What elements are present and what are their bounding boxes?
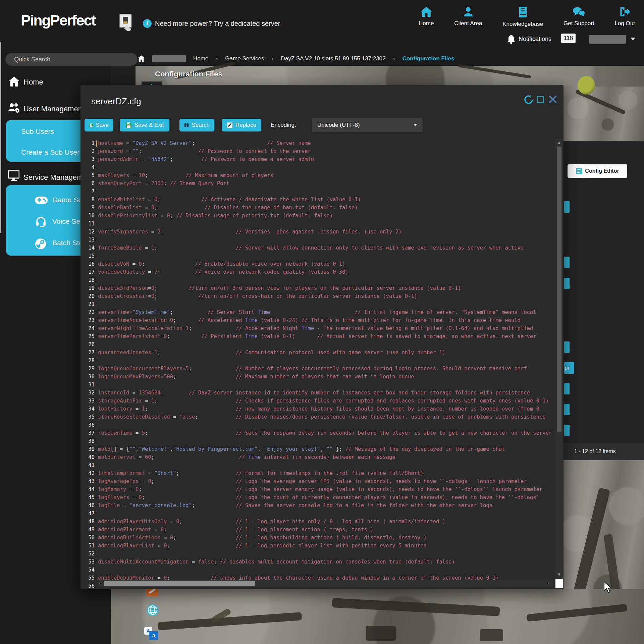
code-line[interactable]: 35storeHouseStateDisabled = false; // Di… [84, 413, 555, 421]
code-line[interactable]: 29loginQueueConcurrentPlayers=5; // Numb… [84, 365, 555, 373]
code-line[interactable]: 12verifySignatures = 2; // Verifies .pbo… [84, 228, 555, 236]
breadcrumb-item-server[interactable]: DayZ SA V2 10 slots 51.89.155.137:2302 [281, 55, 386, 62]
promo-text[interactable]: Need more power? Try a dedicated server [155, 20, 280, 28]
vscrollbar-thumb[interactable] [557, 147, 561, 432]
code-line[interactable]: 3passwordAdmin = "45842"; // Password to… [84, 155, 555, 163]
nav-item-home[interactable]: Home [419, 7, 434, 28]
code-line[interactable]: 7 [84, 187, 555, 196]
sidebar-item-sub-users[interactable]: Sub Users [21, 127, 54, 136]
close-icon[interactable] [549, 95, 557, 103]
hidden-row-button[interactable] [564, 404, 570, 415]
breadcrumb-item-home[interactable]: Home [193, 55, 208, 62]
code-line[interactable]: 15 [84, 252, 555, 260]
code-line[interactable]: 2password = ""; // Password to connect t… [84, 147, 555, 155]
code-line[interactable]: 50adminLogBuildActions = 0; // 1 - log b… [84, 534, 555, 542]
sidebar-item-user-management[interactable]: User Management [23, 105, 84, 113]
code-line[interactable]: 8enableWhitelist = 0; // Activate / deac… [84, 196, 555, 204]
nav-item-get-support[interactable]: Get Support [564, 7, 594, 28]
account-dropdown-caret[interactable] [631, 38, 635, 41]
code-line[interactable]: 5maxPlayers = 10; // Maximum amount of p… [84, 171, 555, 179]
code-line[interactable]: 42timeStampFormat = "Short"; // Format f… [84, 469, 555, 477]
breadcrumb-item-configuration-files[interactable]: Configuration Files [402, 55, 454, 62]
code-editor[interactable]: 1hostname = "DayZ SA V2 Server"; // Serv… [84, 139, 555, 588]
logo[interactable]: PingPerfect [21, 12, 96, 29]
code-line[interactable]: 48adminLogPlayerHitsOnly = 0; // 1 - log… [84, 518, 555, 526]
code-line[interactable]: 22serverTime="SystemTime"; // Server Sta… [84, 308, 555, 316]
encoding-select[interactable]: Unicode (UTF-8) [312, 118, 423, 132]
nav-item-knowledgebase[interactable]: Knowledgebase [502, 7, 543, 28]
code-line[interactable]: 30loginQueueMaxPlayers=500; // Maximum n… [84, 373, 555, 381]
code-line[interactable]: 41 [84, 461, 555, 469]
code-line[interactable]: 36 [84, 421, 555, 429]
hidden-row-button[interactable]: pr [564, 362, 574, 374]
nav-item-log-out[interactable]: Log Out [615, 7, 635, 28]
code-line[interactable]: 18 [84, 276, 555, 284]
code-line[interactable]: 1hostname = "DayZ SA V2 Server"; // Serv… [84, 139, 555, 147]
save-button[interactable]: Save [85, 119, 113, 131]
account-name-redacted[interactable] [589, 35, 626, 44]
code-line[interactable]: 23serverTimeAcceleration=0; // Accelerat… [84, 316, 555, 324]
bell-icon[interactable] [507, 35, 515, 44]
config-editor-button[interactable]: Config Editor [568, 164, 627, 178]
replace-button[interactable]: Replace [222, 119, 261, 131]
scroll-up-icon[interactable]: ▲ [555, 140, 563, 145]
notifications-count-badge[interactable]: 118 [561, 34, 576, 43]
code-line[interactable]: 20disableCrosshair=0; //turn on/off cros… [84, 292, 555, 300]
code-line[interactable]: 11 [84, 220, 555, 228]
code-line[interactable]: 17vonCodecQuality = 7; // Voice over net… [84, 268, 555, 276]
refresh-icon[interactable] [524, 95, 533, 104]
code-line[interactable]: 49adminLogPlacement = 0; // 1 - log plac… [84, 526, 555, 534]
scroll-right-icon[interactable]: › [547, 581, 549, 586]
code-line[interactable]: 6steamQueryPort = 2303; // Steam Query P… [84, 179, 555, 187]
sidebar-item-create-sub-user[interactable]: Create a Sub User [21, 148, 79, 156]
code-line[interactable]: 54 [84, 566, 555, 574]
hidden-row-button[interactable] [564, 383, 570, 394]
save-exit-button[interactable]: Save & Exit [120, 119, 169, 131]
code-line[interactable]: 24serverNightTimeAcceleration=1; // Acce… [84, 324, 555, 332]
quick-search-input[interactable]: Quick Search [5, 53, 138, 66]
hidden-row-button[interactable] [564, 425, 570, 436]
code-line[interactable]: 34lootHistory = 1; // how many persisten… [84, 405, 555, 413]
left-scrollbar[interactable] [0, 42, 1, 233]
hidden-row-button[interactable] [564, 341, 570, 353]
search-button[interactable]: Search [179, 119, 214, 131]
code-line[interactable]: 44logMemory = 0; // Logs the server memo… [84, 485, 555, 493]
code-line[interactable]: 32instanceId = 1354684; // DayZ server i… [84, 389, 555, 397]
maximize-icon[interactable] [537, 96, 544, 103]
code-line[interactable]: 31 [84, 381, 555, 389]
globe-icon[interactable] [146, 604, 159, 616]
code-line[interactable]: 28 [84, 357, 555, 365]
code-line[interactable]: 47 [84, 509, 555, 518]
code-line[interactable]: 39motd[] = {"","Welcome!","Hosted by Pin… [84, 445, 555, 453]
code-line[interactable]: 4 [84, 163, 555, 171]
code-line[interactable]: 45logPlayers = 0; // Logs the count of c… [84, 493, 555, 501]
code-line[interactable]: 27guaranteedUpdates=1; // Communication … [84, 348, 555, 357]
code-line[interactable]: 21 [84, 300, 555, 308]
code-line[interactable]: 46logFile = "server_console.log"; // Sav… [84, 501, 555, 509]
breadcrumb-home-icon[interactable] [138, 55, 145, 62]
code-line[interactable]: 53disableMultiAccountMitigation = false;… [84, 558, 555, 566]
hidden-row-button[interactable] [564, 201, 570, 213]
code-line[interactable]: 51adminLogPlayerList = 0; // 1 - log per… [84, 542, 555, 550]
code-line[interactable]: 14forceSameBuild = 1; // Server will all… [84, 244, 555, 252]
code-line[interactable]: 9disableBanlist = 0; // Disables the usa… [84, 204, 555, 212]
hidden-row-button[interactable] [564, 278, 570, 289]
scroll-down-icon[interactable]: ▼ [555, 572, 563, 577]
scroll-left-icon[interactable]: ‹ [99, 581, 101, 586]
code-line[interactable]: 19disable3rdPerson=0; //turn on/off 3rd … [84, 284, 555, 292]
editor-hscrollbar[interactable]: ‹ › [98, 580, 553, 587]
breadcrumb-item-game-services[interactable]: Game Services [225, 55, 264, 62]
code-line[interactable]: 52 [84, 550, 555, 558]
editor-vscrollbar[interactable]: ▲ ▼ [555, 139, 563, 580]
code-line[interactable]: 40motdInterval = 60; // Time interval (i… [84, 453, 555, 461]
code-line[interactable]: 26 [84, 340, 555, 348]
nav-item-client-area[interactable]: Client Area [454, 7, 482, 28]
code-line[interactable]: 37respawnTime = 5; // Sets the respawn d… [84, 429, 555, 437]
hscrollbar-thumb[interactable] [104, 581, 255, 586]
notifications-label[interactable]: Notifications [519, 36, 551, 43]
code-line[interactable]: 13 [84, 236, 555, 244]
sidebar-item-home[interactable]: Home [23, 78, 43, 87]
code-line[interactable]: 25serverTimePersistent=0; // Persistent … [84, 332, 555, 340]
hidden-row-button[interactable] [564, 257, 570, 268]
code-line[interactable]: 16disableVoN = 0; // Enable/disable voic… [84, 260, 555, 268]
